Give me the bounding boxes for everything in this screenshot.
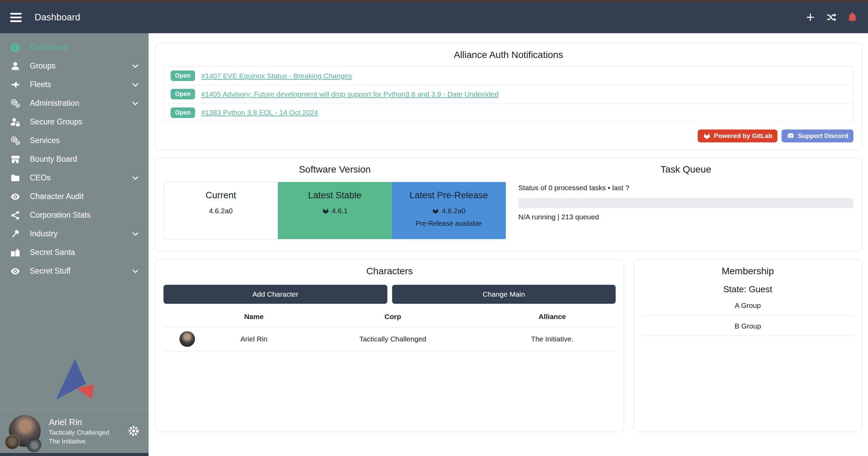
user-alliance: The Initiative. (49, 437, 110, 446)
user-name: Ariel Rin (49, 416, 110, 428)
characters-panel: Characters Add Character Change Main Nam… (155, 259, 624, 432)
column-header-alliance: Alliance (489, 306, 616, 327)
main-content: Alliance Auth Notifications Open #1407 E… (149, 33, 868, 456)
notifications-list: Open #1407 EVE Equinox Status - Breaking… (163, 66, 853, 122)
add-character-button[interactable]: Add Character (163, 285, 387, 304)
chevron-down-icon (131, 174, 140, 182)
sidebar-item-services[interactable]: Services (0, 131, 149, 150)
gauge-icon (10, 42, 20, 53)
status-badge: Open (171, 89, 195, 99)
version-box-latest-prerelease: Latest Pre-Release 4.6.2a0 Pre-Release a… (392, 182, 506, 239)
gitlab-badge[interactable]: Powered by GitLab (698, 130, 777, 142)
task-queue-title: Task Queue (518, 164, 853, 175)
character-name: Ariel Rin (211, 327, 297, 351)
gitlab-icon (322, 207, 329, 215)
user-icon (10, 61, 20, 71)
membership-group: A Group (642, 295, 853, 315)
sidebar-item-groups[interactable]: Groups (0, 57, 149, 75)
sidebar-item-administration[interactable]: Administration (0, 94, 149, 113)
notification-item: Open #1383 Python 3.8 EOL - 14 Oct 2024 (164, 103, 853, 122)
page-title: Dashboard (35, 12, 80, 23)
sidebar-item-dashboard[interactable]: Dashboard (0, 38, 149, 57)
discord-icon (787, 132, 795, 140)
menu-toggle-icon[interactable] (10, 13, 22, 22)
discord-badge[interactable]: Support Discord (782, 130, 853, 142)
user-corp: Tactically Challenged (49, 428, 110, 437)
version-box-latest-stable: Latest Stable 4.6.1 (278, 182, 392, 239)
membership-panel: Membership State: Guest A Group B Group (634, 259, 862, 432)
chevron-down-icon (131, 62, 140, 71)
sidebar-item-corporation-stats[interactable]: Corporation Stats (0, 206, 149, 224)
chevron-down-icon (131, 80, 140, 89)
gears-icon (10, 136, 20, 146)
sidebar-item-secret-santa[interactable]: Secret Santa (0, 243, 149, 262)
eye-icon (10, 266, 20, 276)
sidebar-item-secure-groups[interactable]: Secure Groups (0, 113, 149, 131)
store-icon (10, 154, 20, 164)
character-portrait (179, 331, 195, 347)
gitlab-icon (703, 132, 711, 140)
prerelease-note: Pre-Release available (392, 220, 506, 227)
notifications-title: Alliance Auth Notifications (163, 49, 853, 60)
add-icon[interactable] (805, 12, 816, 23)
sidebar: Dashboard Groups Fleets Administration S… (0, 33, 149, 456)
sidebar-footer-strip (0, 453, 149, 456)
change-main-button[interactable]: Change Main (392, 285, 616, 304)
software-version-section: Software Version Current 4.6.2a0 Latest … (163, 164, 506, 245)
eye-icon (10, 192, 20, 202)
sidebar-item-ceos[interactable]: CEOs (0, 168, 149, 187)
characters-table: Name Corp Alliance Ariel Rin Tactically … (163, 306, 616, 351)
settings-gear-icon[interactable] (128, 425, 140, 437)
character-alliance: The Initiative. (489, 327, 616, 351)
notifications-panel: Alliance Auth Notifications Open #1407 E… (155, 43, 862, 150)
hammer-icon (10, 229, 20, 239)
top-navbar: Dashboard (0, 1, 868, 33)
membership-title: Membership (642, 266, 853, 277)
software-version-title: Software Version (163, 164, 506, 175)
gears-icon (10, 98, 20, 108)
membership-state: State: Guest (642, 284, 853, 295)
notification-item: Open #1405 Advisory: Future development … (164, 85, 853, 103)
shuffle-icon[interactable] (826, 12, 837, 23)
user-lock-icon (10, 117, 20, 127)
column-header-name: Name (211, 306, 297, 327)
status-badge: Open (171, 107, 195, 118)
character-row: Ariel Rin Tactically Challenged The Init… (163, 327, 616, 351)
version-box-current: Current 4.6.2a0 (164, 182, 278, 239)
membership-group: B Group (642, 315, 853, 336)
status-badge: Open (171, 71, 195, 81)
notification-link[interactable]: #1407 EVE Equinox Status - Breaking Chan… (201, 72, 352, 80)
status-panel: Software Version Current 4.6.2a0 Latest … (155, 158, 862, 252)
chevron-down-icon (131, 267, 140, 276)
sidebar-item-secret-stuff[interactable]: Secret Stuff (0, 262, 149, 280)
task-queue-progress-bar (518, 198, 853, 208)
alliance-logo-badge (26, 437, 41, 452)
sidebar-item-fleets[interactable]: Fleets (0, 75, 149, 94)
notification-link[interactable]: #1405 Advisory: Future development will … (201, 90, 499, 98)
sidebar-item-character-audit[interactable]: Character Audit (0, 187, 149, 206)
characters-title: Characters (163, 266, 616, 277)
folder-icon (10, 173, 20, 183)
gitlab-icon (432, 207, 439, 215)
notification-item: Open #1407 EVE Equinox Status - Breaking… (164, 67, 853, 85)
user-panel: Ariel Rin Tactically Challenged The Init… (0, 410, 149, 453)
gifts-icon (10, 247, 20, 258)
share-icon (10, 210, 20, 220)
user-avatar (9, 415, 41, 447)
notifications-bell-icon[interactable] (847, 12, 858, 23)
sidebar-item-bounty-board[interactable]: Bounty Board (0, 150, 149, 168)
notification-link[interactable]: #1383 Python 3.8 EOL - 14 Oct 2024 (201, 108, 318, 117)
column-header-corp: Corp (297, 306, 489, 327)
alliance-auth-logo (0, 357, 149, 402)
character-corp: Tactically Challenged (297, 327, 489, 351)
task-queue-counts: N/A running | 213 queued (518, 213, 853, 221)
corp-logo-badge (5, 435, 20, 450)
sidebar-item-industry[interactable]: Industry (0, 224, 149, 243)
task-queue-section: Task Queue Status of 0 processed tasks •… (518, 164, 853, 245)
chevron-down-icon (131, 99, 140, 108)
chevron-down-icon (131, 230, 140, 238)
task-queue-status: Status of 0 processed tasks • last ? (518, 184, 853, 192)
jet-icon (10, 80, 20, 90)
